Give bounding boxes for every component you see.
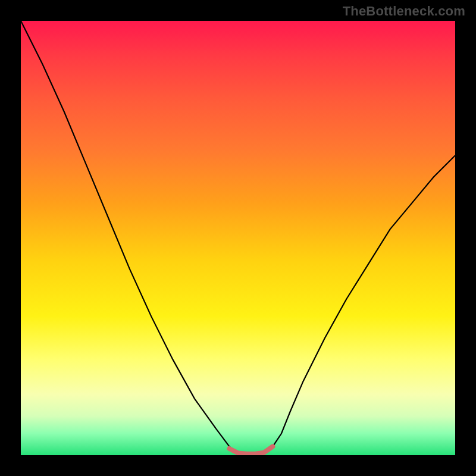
plot-area <box>21 21 455 455</box>
curve-layer <box>21 21 455 455</box>
bottleneck-curve <box>21 21 455 455</box>
chart-frame: TheBottleneck.com <box>0 0 476 476</box>
optimal-flat-segment <box>229 446 273 453</box>
watermark-text: TheBottleneck.com <box>343 4 465 19</box>
